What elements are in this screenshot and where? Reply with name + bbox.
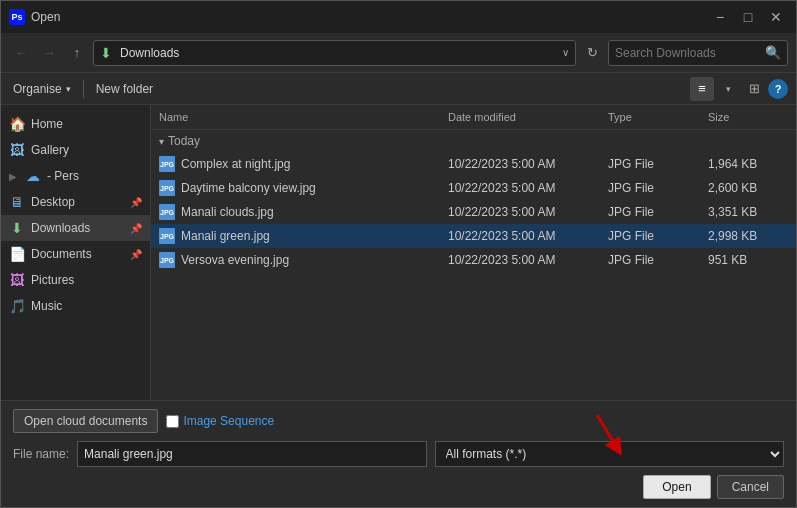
search-icon: 🔍 [765,45,781,60]
sidebar-item-downloads-label: Downloads [31,221,90,235]
title-bar-left: Ps Open [9,9,60,25]
table-row[interactable]: JPG Versova evening.jpg 10/22/2023 5:00 … [151,248,796,272]
table-row[interactable]: JPG Manali green.jpg 10/22/2023 5:00 AM … [151,224,796,248]
minimize-button[interactable]: − [708,7,732,27]
file-size: 1,964 KB [708,157,788,171]
home-icon: 🏠 [9,116,25,132]
file-type-icon: JPG [159,252,175,268]
downloads-icon: ⬇ [9,220,25,236]
col-date: Date modified [448,109,608,125]
cancel-button[interactable]: Cancel [717,475,784,499]
open-button[interactable]: Open [643,475,710,499]
title-bar: Ps Open − □ ✕ [1,1,796,33]
file-name-cell: JPG Versova evening.jpg [159,252,448,268]
search-input[interactable] [615,46,761,60]
filetype-select[interactable]: All formats (*.*) [435,441,784,467]
sidebar-item-gallery-label: Gallery [31,143,69,157]
file-name: Manali green.jpg [181,229,270,243]
view-list-arrow-button[interactable]: ▾ [716,77,740,101]
image-sequence-label[interactable]: Image Sequence [166,414,274,428]
file-name-cell: JPG Complex at night.jpg [159,156,448,172]
ps-app-icon: Ps [9,9,25,25]
open-cloud-button[interactable]: Open cloud documents [13,409,158,433]
view-grid-button[interactable]: ⊞ [742,77,766,101]
music-icon: 🎵 [9,298,25,314]
file-size: 2,600 KB [708,181,788,195]
location-chevron-icon: ∨ [562,47,569,58]
file-date: 10/22/2023 5:00 AM [448,253,608,267]
file-type: JPG File [608,205,708,219]
organise-button[interactable]: Organise ▾ [9,80,75,98]
back-button[interactable]: ← [9,41,33,65]
view-icons: ≡ ▾ ⊞ ? [690,77,788,101]
filename-input-wrap [77,441,426,467]
forward-button[interactable]: → [37,41,61,65]
view-list-button[interactable]: ≡ [690,77,714,101]
filename-input[interactable] [77,441,426,467]
image-sequence-checkbox[interactable] [166,415,179,428]
file-name: Complex at night.jpg [181,157,290,171]
today-expand-icon: ▾ [159,136,164,147]
file-date: 10/22/2023 5:00 AM [448,229,608,243]
file-type-icon: JPG [159,204,175,220]
sidebar-item-gallery[interactable]: 🖼 Gallery [1,137,150,163]
location-bar: ⬇ Downloads ∨ [93,40,576,66]
cloud-expand-icon: ▶ [9,171,17,182]
file-name: Versova evening.jpg [181,253,289,267]
sidebar: 🏠 Home 🖼 Gallery ▶ ☁ - Pers 🖥 Desktop 📌 … [1,105,151,400]
up-button[interactable]: ↑ [65,41,89,65]
file-table-header: Name Date modified Type Size [151,105,796,130]
sidebar-item-downloads[interactable]: ⬇ Downloads 📌 [1,215,150,241]
refresh-button[interactable]: ↻ [580,41,604,65]
sidebar-item-music[interactable]: 🎵 Music [1,293,150,319]
bottom-row3: Open Cancel [13,475,784,499]
sidebar-item-documents-label: Documents [31,247,92,261]
bottom-area: Open cloud documents Image Sequence File… [1,400,796,507]
file-type: JPG File [608,229,708,243]
filename-label: File name: [13,447,69,461]
file-type: JPG File [608,181,708,195]
file-size: 2,998 KB [708,229,788,243]
today-label: Today [168,134,200,148]
sidebar-item-desktop-label: Desktop [31,195,75,209]
close-button[interactable]: ✕ [764,7,788,27]
sidebar-item-cloud[interactable]: ▶ ☁ - Pers [1,163,150,189]
col-type: Type [608,109,708,125]
file-date: 10/22/2023 5:00 AM [448,205,608,219]
sidebar-item-home[interactable]: 🏠 Home [1,111,150,137]
sidebar-item-home-label: Home [31,117,63,131]
file-name: Manali clouds.jpg [181,205,274,219]
table-row[interactable]: JPG Daytime balcony view.jpg 10/22/2023 … [151,176,796,200]
new-folder-label: New folder [96,82,153,96]
sidebar-item-music-label: Music [31,299,62,313]
sidebar-item-cloud-label: - Pers [47,169,79,183]
image-sequence-text: Image Sequence [183,414,274,428]
new-folder-button[interactable]: New folder [92,80,157,98]
toolbar-separator [83,80,84,98]
toolbar2: Organise ▾ New folder ≡ ▾ ⊞ ? [1,73,796,105]
help-button[interactable]: ? [768,79,788,99]
dialog-title: Open [31,10,60,24]
sidebar-item-pictures[interactable]: 🖼 Pictures [1,267,150,293]
organise-chevron-icon: ▾ [66,84,71,94]
file-date: 10/22/2023 5:00 AM [448,157,608,171]
nav-bar: ← → ↑ ⬇ Downloads ∨ ↻ 🔍 [1,33,796,73]
file-name-cell: JPG Manali green.jpg [159,228,448,244]
file-type-icon: JPG [159,228,175,244]
sidebar-item-documents[interactable]: 📄 Documents 📌 [1,241,150,267]
maximize-button[interactable]: □ [736,7,760,27]
documents-icon: 📄 [9,246,25,262]
file-size: 951 KB [708,253,788,267]
table-row[interactable]: JPG Complex at night.jpg 10/22/2023 5:00… [151,152,796,176]
file-type-icon: JPG [159,180,175,196]
cloud-icon: ☁ [25,168,41,184]
sidebar-item-pictures-label: Pictures [31,273,74,287]
bottom-row1: Open cloud documents Image Sequence [13,409,784,433]
sidebar-item-desktop[interactable]: 🖥 Desktop 📌 [1,189,150,215]
today-group-header[interactable]: ▾ Today [151,130,796,152]
file-name-cell: JPG Manali clouds.jpg [159,204,448,220]
table-row[interactable]: JPG Manali clouds.jpg 10/22/2023 5:00 AM… [151,200,796,224]
file-type-icon: JPG [159,156,175,172]
col-name: Name [159,109,448,125]
gallery-icon: 🖼 [9,142,25,158]
